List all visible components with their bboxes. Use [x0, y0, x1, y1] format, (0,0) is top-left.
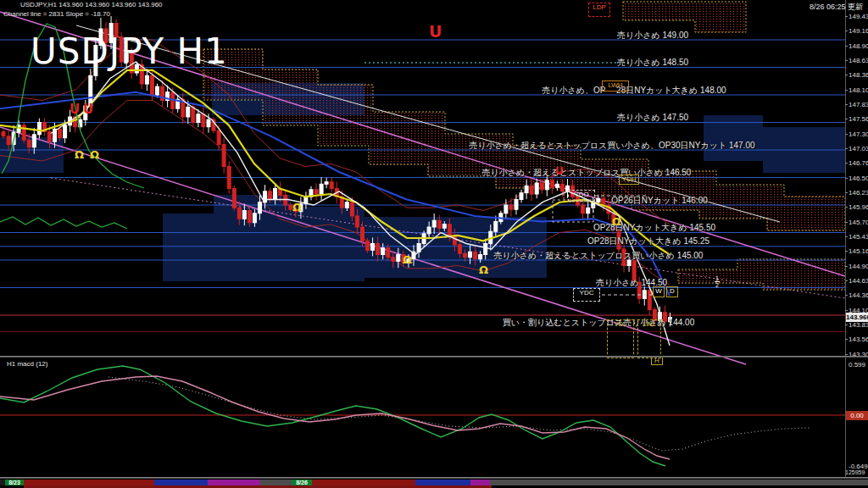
buy-signal-icon: Ω: [75, 149, 84, 160]
candle-body: [192, 107, 195, 122]
session-segment: 8/26: [292, 480, 312, 485]
sell-signal-icon: U: [83, 103, 93, 116]
session-segment: [154, 480, 208, 485]
candle-body: [479, 255, 482, 259]
price-axis-label: 147.565: [849, 115, 868, 123]
axis-tick: [845, 222, 848, 223]
axis-tick: [845, 134, 848, 135]
session-segment: [312, 480, 415, 485]
candle-body: [259, 202, 262, 214]
axis-tick: [845, 75, 848, 75]
candle-body: [2, 132, 5, 136]
axis-separator-line: [845, 0, 846, 477]
candle-body: [530, 186, 533, 194]
axis-tick: [845, 119, 848, 119]
candle-body: [47, 132, 51, 142]
axis-tick: [845, 251, 848, 252]
sell-signal-icon: U: [70, 103, 80, 116]
axis-tick: [845, 339, 848, 340]
buy-signal-icon: Ω: [612, 217, 620, 227]
candle-body: [145, 75, 148, 84]
candle-body: [207, 119, 210, 127]
watermark-title: USDJPY H1: [31, 30, 228, 72]
buy-signal-icon: Ω: [292, 202, 302, 213]
candle-body: [587, 208, 590, 214]
price-axis-label: 147.835: [849, 101, 868, 108]
price-axis-label: 144.630: [849, 277, 868, 285]
candle-body: [515, 200, 518, 210]
candle-body: [37, 123, 41, 135]
candle-body: [253, 214, 256, 223]
price-axis-label: 145.965: [849, 203, 868, 211]
channel-info-line: Channel line = 2831 Slope = -18.70: [3, 10, 110, 18]
session-segment: [208, 480, 260, 485]
candle-body: [242, 211, 246, 219]
level-annotation: 売り小さめ 148.50: [617, 57, 688, 69]
price-axis-label: 144.900: [849, 263, 868, 270]
axis-tick: [845, 310, 848, 311]
level-annotation: 売り小さめ・超えるとストップロス買い小さめ 145.00: [494, 250, 704, 262]
price-axis-label: 149.430: [849, 13, 868, 20]
candle-body: [371, 244, 375, 251]
candle-body: [520, 193, 523, 200]
panel-separator-lower[interactable]: [0, 477, 868, 479]
axis-tick: [845, 16, 848, 17]
candle-body: [550, 180, 554, 187]
candle-body: [202, 114, 205, 127]
kumo-cloud-hatched: [623, 2, 746, 32]
marker-box-lwl: LWL: [637, 319, 661, 358]
level-annotation: OP26日NYカット 146.00: [611, 195, 708, 207]
candle-body: [381, 248, 385, 255]
axis-tick: [845, 60, 848, 61]
session-segment: [415, 480, 470, 485]
marker-box-ydl: YDL: [607, 319, 634, 358]
candle-body: [437, 220, 441, 228]
candle-body: [232, 189, 236, 208]
candle-body: [504, 205, 508, 214]
candle-body: [474, 252, 477, 258]
marker-box-d: D: [666, 286, 678, 297]
price-axis-label: 148.635: [849, 57, 868, 64]
buy-signal-icon: Ω: [479, 264, 488, 275]
candle-body: [320, 184, 323, 194]
marker-box-ldp: LDP: [588, 3, 610, 17]
candle-body: [197, 114, 200, 123]
sell-signal-icon: U: [429, 24, 442, 40]
candle-body: [427, 227, 431, 234]
candle-body: [361, 227, 364, 241]
price-axis-label: 147.035: [849, 145, 868, 152]
candle-body: [330, 182, 333, 189]
price-axis-label: 145.165: [849, 247, 868, 255]
chart-canvas[interactable]: [0, 0, 868, 488]
panel-separator-upper[interactable]: [0, 356, 868, 358]
candle-body: [345, 202, 348, 208]
axis-tick: [845, 178, 848, 179]
candle-body: [366, 241, 370, 250]
green-indicator-line: [0, 217, 127, 229]
candle-body: [494, 222, 498, 232]
corner-counter: 125959: [845, 469, 865, 475]
candle-body: [156, 86, 159, 95]
price-axis-label: 144.365: [849, 291, 868, 299]
update-timestamp: 8/26 06:25 更新: [810, 2, 863, 13]
candle-body: [432, 220, 436, 227]
candle-body: [237, 208, 241, 219]
candle-body: [64, 125, 67, 138]
candle-body: [442, 225, 446, 229]
fraction-bottom: 2: [715, 282, 720, 288]
buy-signal-icon: Ω: [90, 149, 99, 160]
candle-body: [217, 130, 220, 144]
marker-box-ydh: YDH: [619, 175, 639, 185]
price-axis-label: 143.565: [849, 336, 868, 343]
price-axis-label: 145.700: [849, 219, 868, 226]
candle-body: [32, 135, 36, 147]
axis-tick: [845, 354, 848, 355]
macd-main-line: [0, 366, 665, 466]
axis-tick: [845, 192, 848, 193]
buy-signal-icon: Ω: [403, 254, 412, 265]
candle-body: [274, 189, 277, 200]
price-axis-label: 148.900: [849, 42, 868, 50]
candle-body: [222, 145, 225, 167]
marker-box-ydc: YDC: [573, 288, 600, 302]
candle-body: [509, 205, 513, 209]
